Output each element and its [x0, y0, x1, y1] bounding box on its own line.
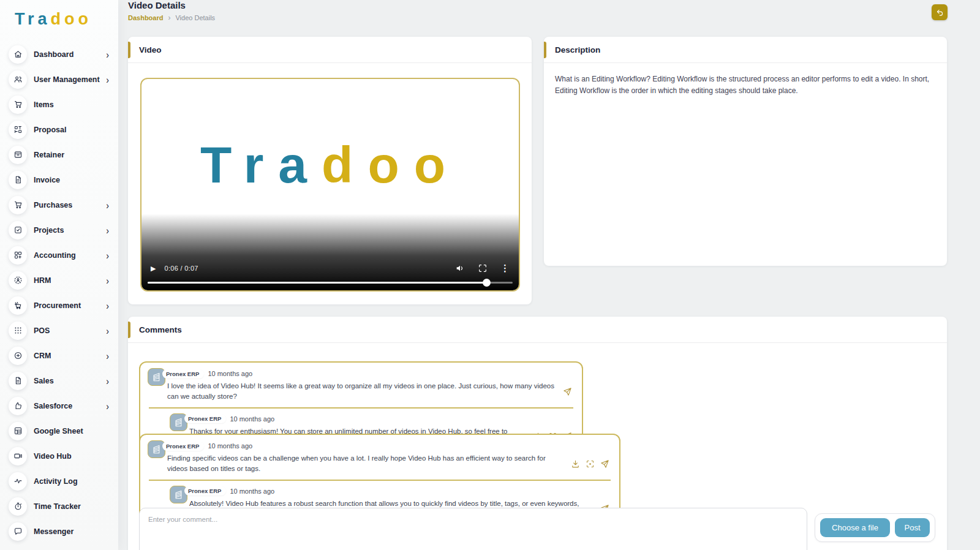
sidebar-item-pos[interactable]: POS › [0, 318, 118, 343]
video-player[interactable]: Tradoo ▶ 0:06 / 0:07 ⋮ [140, 78, 520, 292]
video-card-title: Video [128, 45, 162, 55]
sidebar-item-retainer[interactable]: Retainer [0, 142, 118, 167]
sidebar-item-crm[interactable]: CRM › [0, 343, 118, 368]
chat-bubble-icon [9, 522, 27, 541]
play-button[interactable]: ▶ [151, 265, 156, 273]
comment-author: Pronex ERP [184, 414, 226, 423]
chevron-right-icon: › [106, 225, 109, 235]
send-icon[interactable] [563, 387, 572, 396]
back-button[interactable] [932, 4, 948, 20]
chevron-right-icon: › [106, 275, 109, 285]
post-button[interactable]: Post [895, 518, 930, 537]
description-card-title: Description [544, 45, 600, 55]
sidebar-item-label: Time Tracker [34, 502, 81, 511]
sidebar-item-label: Purchases [34, 201, 72, 209]
video-progress-fill [148, 282, 487, 284]
sidebar-item-label: Messenger [34, 527, 74, 536]
video-progress-bar[interactable] [148, 282, 513, 284]
download-icon[interactable] [571, 459, 580, 469]
comment-text: Finding specific videos can be a challen… [167, 453, 564, 475]
video-controls: ▶ 0:06 / 0:07 ⋮ [141, 261, 519, 276]
sidebar-item-label: HRM [34, 276, 51, 285]
document-icon [9, 372, 27, 390]
sidebar-item-label: User Management [34, 75, 100, 84]
chevron-right-icon: › [106, 325, 109, 336]
description-text: What is an Editing Workflow? Editing Wor… [544, 63, 947, 107]
building-icon [173, 416, 184, 428]
sidebar-item-dashboard[interactable]: Dashboard › [0, 42, 118, 67]
check-square-icon [9, 221, 27, 239]
fullscreen-icon[interactable] [478, 263, 488, 273]
logo-yellow-part: doo [51, 10, 92, 28]
sidebar-item-label: Dashboard [34, 50, 74, 59]
sidebar-item-hrm[interactable]: HRM › [0, 268, 118, 293]
sidebar-item-label: Retainer [34, 151, 64, 159]
page-title: Video Details [128, 0, 186, 10]
chevron-right-icon: › [106, 401, 109, 411]
comment-timestamp: 10 months ago [208, 442, 252, 450]
choose-file-button[interactable]: Choose a file [820, 518, 890, 537]
card-icon [9, 146, 27, 164]
sidebar-item-label: Items [34, 100, 54, 109]
grid-plus-icon [9, 246, 27, 265]
breadcrumb: Dashboard › Video Details [128, 13, 215, 22]
description-card-header: Description [544, 37, 947, 63]
sidebar-item-label: Google Sheet [34, 427, 83, 435]
sidebar-item-items[interactable]: Items [0, 92, 118, 117]
send-icon[interactable] [600, 459, 609, 469]
video-card: Video Tradoo ▶ 0:06 / 0:07 ⋮ [128, 37, 532, 304]
procurement-cart-icon [9, 296, 27, 315]
comment-author: Pronex ERP [184, 486, 226, 495]
sidebar-item-projects[interactable]: Projects › [0, 217, 118, 243]
sidebar-item-time-tracker[interactable]: Time Tracker [0, 494, 118, 519]
person-dashed-icon [9, 271, 27, 290]
comment-input[interactable] [139, 508, 807, 550]
sidebar-item-label: Sales [34, 377, 54, 385]
sidebar-item-label: POS [34, 326, 50, 335]
breadcrumb-separator: › [168, 13, 170, 22]
sidebar-item-accounting[interactable]: Accounting › [0, 243, 118, 268]
cart-icon [9, 196, 27, 214]
volume-icon[interactable] [455, 263, 465, 273]
comment: Pronex ERP 10 months ago Finding specifi… [146, 439, 613, 477]
chevron-right-icon: › [106, 350, 109, 361]
sidebar-item-procurement[interactable]: Procurement › [0, 293, 118, 318]
sidebar-menu: Dashboard › User Management › Items Prop… [0, 42, 118, 544]
sidebar-item-label: Proposal [34, 126, 67, 134]
sidebar-item-salesforce[interactable]: Salesforce › [0, 393, 118, 418]
comments-card: Comments Pronex ERP 10 months ago I love… [128, 317, 947, 550]
sidebar-item-sales[interactable]: Sales › [0, 368, 118, 393]
users-icon [9, 70, 27, 89]
sidebar-item-label: Projects [34, 226, 64, 235]
video-camera-icon [9, 447, 27, 465]
qr-code-icon [9, 121, 27, 139]
cart-icon [9, 96, 27, 114]
app-logo[interactable]: Tradoo [0, 0, 118, 29]
sidebar-item-user-management[interactable]: User Management › [0, 67, 118, 92]
thumbs-up-icon [9, 397, 27, 415]
comment: Pronex ERP 10 months ago I love the idea… [146, 366, 576, 404]
thread-divider [149, 407, 573, 409]
breadcrumb-current: Video Details [175, 14, 215, 21]
circle-plus-icon [9, 347, 27, 365]
comments-card-title: Comments [128, 325, 182, 334]
sidebar-item-video-hub[interactable]: Video Hub [0, 443, 118, 469]
comment-author: Pronex ERP [162, 442, 204, 451]
sidebar-item-label: Video Hub [34, 452, 72, 461]
chevron-right-icon: › [106, 200, 109, 210]
sidebar-item-google-sheet[interactable]: Google Sheet [0, 418, 118, 443]
sidebar-item-proposal[interactable]: Proposal [0, 117, 118, 142]
comment-timestamp: 10 months ago [230, 488, 274, 495]
sidebar-item-label: Salesforce [34, 402, 72, 410]
sidebar-item-activity-log[interactable]: Activity Log [0, 469, 118, 494]
sidebar-item-purchases[interactable]: Purchases › [0, 192, 118, 217]
document-icon [9, 171, 27, 189]
more-options-icon[interactable]: ⋮ [500, 263, 510, 274]
scan-icon[interactable] [586, 459, 595, 469]
comment-timestamp: 10 months ago [208, 370, 252, 377]
sidebar-item-label: Procurement [34, 301, 81, 310]
sidebar-item-messenger[interactable]: Messenger [0, 519, 118, 544]
breadcrumb-dashboard-link[interactable]: Dashboard [128, 14, 163, 21]
gold-accent-bar [128, 42, 130, 58]
sidebar-item-invoice[interactable]: Invoice [0, 167, 118, 192]
